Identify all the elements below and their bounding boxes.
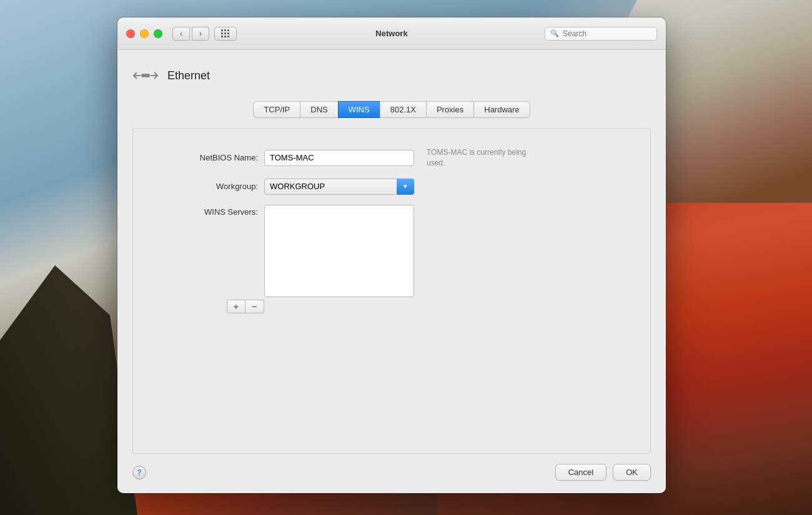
workgroup-row: Workgroup: WORKGROUP: [183, 179, 414, 195]
workgroup-select[interactable]: WORKGROUP: [264, 179, 414, 195]
grid-view-button[interactable]: [214, 27, 237, 41]
wins-servers-textarea[interactable]: [264, 205, 414, 297]
netbios-hint: TOMS-MAC is currently being used.: [427, 147, 527, 169]
svg-point-2: [147, 74, 149, 77]
minimize-button[interactable]: [140, 29, 149, 38]
nav-buttons: ‹ ›: [172, 27, 209, 41]
maximize-button[interactable]: [154, 29, 162, 38]
ethernet-icon: [132, 62, 159, 89]
help-icon: ?: [137, 468, 141, 477]
netbios-row: NetBIOS Name: TOMS-MAC is currently bein…: [183, 147, 527, 169]
search-bar[interactable]: 🔍: [545, 27, 657, 41]
titlebar: ‹ › Network 🔍: [117, 17, 666, 50]
search-input[interactable]: [563, 29, 651, 38]
tab-dns[interactable]: DNS: [300, 101, 337, 118]
workgroup-dropdown-wrap: WORKGROUP: [264, 179, 414, 195]
back-button[interactable]: ‹: [172, 27, 190, 41]
tab-8021x[interactable]: 802.1X: [380, 101, 426, 118]
cancel-button[interactable]: Cancel: [555, 464, 607, 481]
help-button[interactable]: ?: [132, 466, 146, 479]
bottom-bar: ? Cancel OK: [132, 461, 651, 483]
traffic-lights: [126, 29, 162, 38]
netbios-input[interactable]: [264, 150, 414, 166]
window-content: Ethernet TCP/IP DNS WINS 802.1X Proxies …: [117, 50, 666, 493]
ok-button[interactable]: OK: [613, 464, 651, 481]
grid-icon: [221, 29, 230, 38]
add-server-button[interactable]: +: [227, 300, 245, 313]
pane-title: Ethernet: [167, 69, 210, 82]
network-window: ‹ › Network 🔍: [117, 17, 666, 493]
tab-wins[interactable]: WINS: [338, 101, 380, 118]
wins-servers-label: WINS Servers:: [183, 205, 258, 217]
back-icon: ‹: [180, 29, 182, 38]
bottom-buttons: Cancel OK: [555, 464, 651, 481]
close-button[interactable]: [126, 29, 135, 38]
forward-icon: ›: [199, 29, 202, 38]
pane-header: Ethernet: [132, 62, 651, 89]
search-icon: 🔍: [550, 29, 559, 37]
remove-server-button[interactable]: −: [245, 300, 264, 313]
wins-servers-row: WINS Servers:: [183, 205, 414, 297]
mountain-left: [0, 265, 137, 515]
tab-tcpip[interactable]: TCP/IP: [253, 101, 300, 118]
forward-button[interactable]: ›: [192, 27, 209, 41]
list-controls: + −: [227, 300, 638, 313]
tab-hardware[interactable]: Hardware: [473, 101, 530, 118]
tabs-container: TCP/IP DNS WINS 802.1X Proxies Hardware: [132, 101, 651, 118]
window-title: Network: [375, 29, 407, 38]
netbios-label: NetBIOS Name:: [183, 153, 258, 162]
tab-proxies[interactable]: Proxies: [426, 101, 473, 118]
form-section: NetBIOS Name: TOMS-MAC is currently bein…: [183, 147, 638, 297]
workgroup-label: Workgroup:: [183, 182, 258, 191]
wins-panel: NetBIOS Name: TOMS-MAC is currently bein…: [132, 128, 651, 454]
